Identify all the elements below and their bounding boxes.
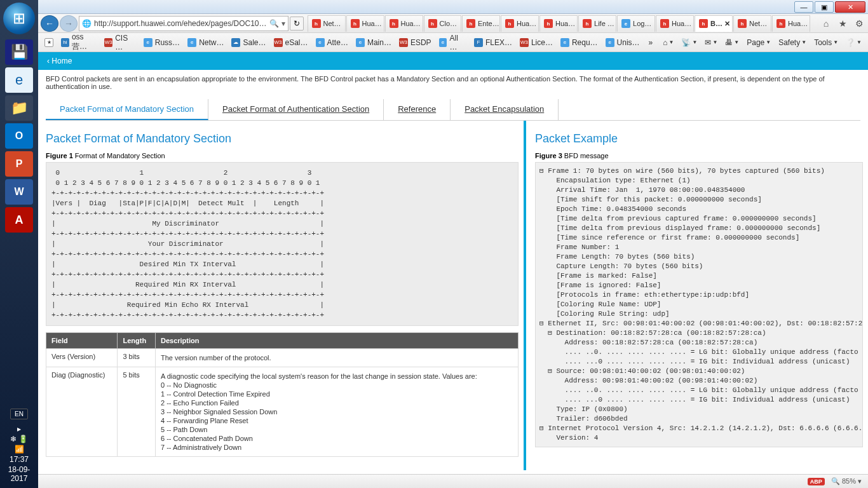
- tab-favicon-icon: h: [699, 19, 708, 28]
- favorite-label: Lice…: [531, 38, 553, 47]
- favorite-label: Atte…: [327, 38, 348, 47]
- table-row: Diag (Diagnostic)5 bitsA diagnostic code…: [46, 367, 519, 457]
- favorite-3[interactable]: eRuss…: [140, 38, 184, 47]
- favorite-label: eSal…: [285, 38, 308, 47]
- favorite-favicon-icon: hi: [61, 38, 69, 47]
- favorite-8[interactable]: eMain…: [352, 38, 395, 47]
- clock-time[interactable]: 17:37: [0, 455, 38, 464]
- refresh-button[interactable]: ↻: [290, 17, 304, 30]
- favorite-7[interactable]: eAtte…: [312, 38, 352, 47]
- browser-tab-4[interactable]: hEnte…: [462, 15, 500, 32]
- ppt-icon[interactable]: P: [5, 151, 33, 177]
- language-indicator[interactable]: EN: [10, 409, 28, 419]
- tray-bluetooth-icon[interactable]: ❄ 🔋: [0, 435, 38, 444]
- window-maximize-button[interactable]: ▣: [815, 1, 834, 13]
- content-tab-0[interactable]: Packet Format of Mandatory Section: [46, 99, 208, 120]
- home-icon[interactable]: ⌂: [820, 17, 832, 30]
- favorite-0[interactable]: ★: [41, 38, 57, 47]
- cell-length: 5 bits: [118, 367, 156, 457]
- abp-badge[interactable]: ABP: [808, 478, 825, 485]
- page-favicon-icon: 🌐: [82, 19, 92, 28]
- favorite-6[interactable]: W3eSal…: [270, 38, 312, 47]
- tab-favicon-icon: h: [351, 19, 360, 28]
- tab-label: Hua…: [401, 20, 421, 27]
- browser-tab-10[interactable]: hB… ✕: [695, 15, 733, 32]
- page-content: ‹ Home BFD Control packets are sent in a…: [38, 52, 868, 474]
- start-button[interactable]: ⊞: [3, 3, 35, 34]
- command-menu-Page[interactable]: Page▼: [743, 38, 775, 47]
- browser-tab-5[interactable]: hHua…: [501, 15, 539, 32]
- browser-tab-9[interactable]: hHua…: [656, 15, 694, 32]
- tab-label: Hua…: [555, 20, 575, 27]
- tray-signal-icon[interactable]: 📶: [0, 445, 38, 454]
- favorite-favicon-icon: e: [560, 38, 569, 47]
- favorite-1[interactable]: hioss营…: [57, 32, 100, 52]
- save-icon[interactable]: 💾: [5, 39, 33, 65]
- browser-tab-0[interactable]: hNet…: [308, 15, 346, 32]
- browser-tab-12[interactable]: hHua…: [772, 15, 810, 32]
- favorite-4[interactable]: eNetw…: [184, 38, 227, 47]
- favorite-9[interactable]: W3ESDP: [395, 38, 435, 47]
- command-menu-🖶[interactable]: 🖶▼: [721, 38, 743, 47]
- word-icon[interactable]: W: [5, 179, 33, 205]
- tab-favicon-icon: h: [466, 19, 475, 28]
- browser-tab-2[interactable]: hHua…: [385, 15, 423, 32]
- favorite-10[interactable]: eAll …: [435, 34, 470, 51]
- search-icon[interactable]: 🔍: [269, 19, 279, 28]
- command-menu-Tools[interactable]: Tools▼: [810, 38, 842, 47]
- favorites-overflow[interactable]: »: [645, 38, 657, 47]
- address-bar[interactable]: 🌐 http://support.huawei.com/ehedex/pages…: [79, 16, 288, 31]
- table-header: Length: [118, 333, 156, 349]
- favorite-14[interactable]: eUnis…: [602, 38, 644, 47]
- home-link[interactable]: ‹ Home: [47, 57, 72, 65]
- tab-label: Ente…: [478, 20, 499, 27]
- content-tab-2[interactable]: Reference: [384, 99, 451, 120]
- command-menu-Safety[interactable]: Safety▼: [775, 38, 810, 47]
- content-tab-3[interactable]: Packet Encapsulation: [451, 99, 559, 120]
- browser-tab-6[interactable]: hHua…: [539, 15, 578, 32]
- tab-favicon-icon: h: [544, 19, 553, 28]
- favorite-2[interactable]: W3CIS …: [100, 34, 139, 51]
- cell-description: The version number of the protocol.: [155, 349, 518, 367]
- browser-tab-1[interactable]: hHua…: [346, 15, 384, 32]
- outlook-icon[interactable]: O: [5, 123, 33, 149]
- favorite-favicon-icon: e: [187, 38, 196, 47]
- favorites-icon[interactable]: ★: [836, 17, 849, 30]
- favorite-favicon-icon: F: [474, 38, 483, 47]
- favorite-13[interactable]: eRequ…: [557, 38, 602, 47]
- window-titlebar: — ▣ ✕: [38, 0, 868, 14]
- settings-icon[interactable]: ⚙: [853, 17, 865, 30]
- dropdown-icon[interactable]: ▾: [281, 19, 285, 28]
- browser-tab-7[interactable]: hLife …: [578, 15, 616, 32]
- chevron-down-icon: ▼: [857, 39, 862, 45]
- favorite-11[interactable]: FFLEX…: [470, 38, 516, 47]
- window-close-button[interactable]: ✕: [835, 1, 865, 13]
- ie-icon[interactable]: e: [5, 67, 33, 93]
- browser-tab-3[interactable]: hClo…: [424, 15, 462, 32]
- menu-icon: ❔: [846, 38, 855, 47]
- zoom-level[interactable]: 🔍 85% ▾: [831, 477, 862, 485]
- favorite-label: All …: [449, 34, 466, 51]
- forward-button[interactable]: →: [60, 15, 78, 32]
- favorite-12[interactable]: W3Lice…: [516, 38, 557, 47]
- browser-tab-11[interactable]: hNet…: [733, 15, 771, 32]
- tray-expand-icon[interactable]: ▸: [0, 424, 38, 433]
- favorite-label: Netw…: [199, 38, 224, 47]
- content-tab-1[interactable]: Packet Format of Authentication Section: [208, 99, 384, 120]
- window-minimize-button[interactable]: —: [794, 1, 813, 13]
- back-button[interactable]: ←: [41, 15, 58, 32]
- right-pane: Packet Example Figure 3 BFD message ⊟ Fr…: [526, 121, 863, 470]
- favorite-label: Sale…: [243, 38, 266, 47]
- browser-tab-8[interactable]: eLog…: [617, 15, 655, 32]
- command-menu-⌂[interactable]: ⌂▼: [659, 38, 677, 47]
- favorite-5[interactable]: ☁Sale…: [227, 38, 269, 47]
- explorer-icon[interactable]: 📁: [5, 95, 33, 121]
- url-text: http://support.huawei.com/ehedex/pages/D…: [94, 19, 267, 28]
- command-menu-❔[interactable]: ❔▼: [842, 38, 865, 47]
- tab-favicon-icon: h: [738, 19, 747, 28]
- packet-format-diagram: 0 1 2 3 0 1 2 3 4 5 6 7 8 9 0 1 2 3 4 5 …: [46, 162, 519, 326]
- pdf-icon[interactable]: A: [5, 207, 33, 233]
- command-menu-📡[interactable]: 📡▼: [677, 38, 701, 47]
- menu-icon: 🖶: [725, 38, 733, 47]
- command-menu-✉[interactable]: ✉▼: [701, 38, 721, 47]
